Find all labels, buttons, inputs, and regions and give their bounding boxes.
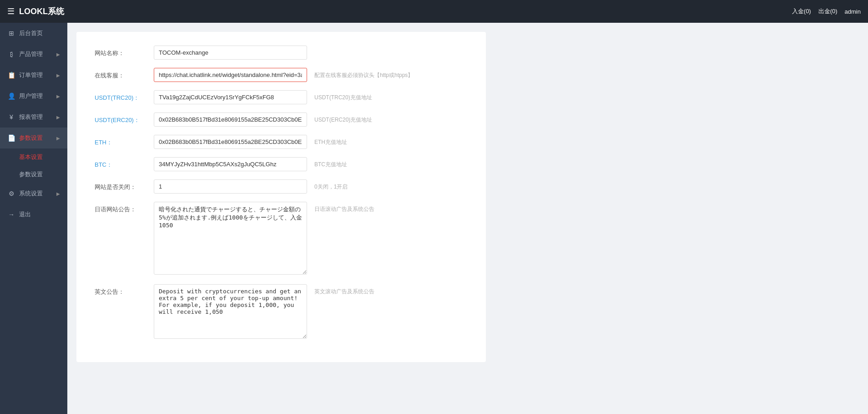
form-row-usdt-erc20: USDT(ERC20)： USDT(ERC20)充值地址 bbox=[95, 112, 468, 127]
sidebar-label-params: 参数设置 bbox=[19, 134, 56, 142]
products-icon: ₿ bbox=[7, 51, 15, 58]
form-card: 网站名称： 在线客服： 配置在线客服必须协议头【http或htpps】 USDT… bbox=[76, 32, 486, 362]
input-wrap-site-name bbox=[154, 46, 307, 60]
form-row-site-closed: 网站是否关闭： 0关闭，1开启 bbox=[95, 179, 468, 194]
hint-online-service: 配置在线客服必须协议头【http或htpps】 bbox=[314, 68, 468, 79]
sidebar-item-users[interactable]: 👤 用户管理 ▶ bbox=[0, 86, 67, 107]
withdraw-btn[interactable]: 出金(0) bbox=[818, 7, 838, 15]
form-row-online-service: 在线客服： 配置在线客服必须协议头【http或htpps】 bbox=[95, 68, 468, 82]
form-row-japanese-notice: 日语网站公告： 暗号化された通貨でチャージすると、チャージ金額の5%が追加されま… bbox=[95, 202, 468, 276]
main-layout: ⊞ 后台首页 ₿ 产品管理 ▶ 📋 订单管理 ▶ 👤 用户管理 ▶ ¥ 报表管理… bbox=[0, 23, 868, 414]
input-wrap-btc bbox=[154, 157, 307, 171]
hint-english-notice: 英文滚动广告及系统公告 bbox=[314, 284, 468, 296]
sidebar-label-orders: 订单管理 bbox=[19, 71, 56, 79]
chevron-right-icon: ▶ bbox=[56, 115, 60, 120]
input-btc[interactable] bbox=[154, 157, 307, 171]
sidebar-item-params[interactable]: 📄 参数设置 ▶ bbox=[0, 128, 67, 148]
chevron-right-icon: ▶ bbox=[56, 73, 60, 78]
sidebar-sub-label-params: 参数设置 bbox=[19, 170, 43, 179]
input-wrap-usdt-trc20 bbox=[154, 90, 307, 104]
deposit-btn[interactable]: 入金(0) bbox=[792, 7, 811, 15]
textarea-japanese-notice[interactable]: 暗号化された通貨でチャージすると、チャージ金額の5%が追加されます.例えば100… bbox=[154, 202, 307, 275]
label-usdt-trc20: USDT(TRC20)： bbox=[95, 90, 154, 102]
sidebar-item-logout[interactable]: → 退出 bbox=[0, 204, 67, 225]
input-wrap-usdt-erc20 bbox=[154, 112, 307, 127]
label-japanese-notice: 日语网站公告： bbox=[95, 202, 154, 214]
reports-icon: ¥ bbox=[7, 113, 15, 121]
input-wrap-site-closed bbox=[154, 179, 307, 194]
sidebar-sub-item-params[interactable]: 参数设置 bbox=[0, 166, 67, 183]
label-btc: BTC： bbox=[95, 157, 154, 169]
input-wrap-online-service bbox=[154, 68, 307, 82]
sidebar-item-reports[interactable]: ¥ 报表管理 ▶ bbox=[0, 107, 67, 128]
label-site-name: 网站名称： bbox=[95, 46, 154, 57]
form-row-usdt-trc20: USDT(TRC20)： USDT(TRC20)充值地址 bbox=[95, 90, 468, 104]
form-row-site-name: 网站名称： bbox=[95, 46, 468, 60]
hint-eth: ETH充值地址 bbox=[314, 135, 468, 146]
input-wrap-english-notice: Deposit with cryptocurrencies and get an… bbox=[154, 284, 307, 340]
form-row-english-notice: 英文公告： Deposit with cryptocurrencies and … bbox=[95, 284, 468, 340]
textarea-english-notice[interactable]: Deposit with cryptocurrencies and get an… bbox=[154, 284, 307, 339]
input-online-service[interactable] bbox=[154, 68, 307, 82]
logout-icon: → bbox=[7, 211, 15, 218]
sidebar-item-dashboard[interactable]: ⊞ 后台首页 bbox=[0, 23, 67, 44]
system-icon: ⚙ bbox=[7, 190, 15, 197]
label-site-closed: 网站是否关闭： bbox=[95, 179, 154, 191]
hint-japanese-notice: 日语滚动广告及系统公告 bbox=[314, 202, 468, 213]
hint-btc: BTC充值地址 bbox=[314, 157, 468, 169]
params-icon: 📄 bbox=[7, 134, 15, 142]
hamburger-icon[interactable]: ☰ bbox=[7, 6, 15, 16]
input-site-closed[interactable] bbox=[154, 179, 307, 194]
hint-site-closed: 0关闭，1开启 bbox=[314, 179, 468, 191]
sidebar-label-system: 系统设置 bbox=[19, 189, 56, 198]
sidebar-label-products: 产品管理 bbox=[19, 50, 56, 58]
form-row-eth: ETH： ETH充值地址 bbox=[95, 135, 468, 149]
input-usdt-erc20[interactable] bbox=[154, 112, 307, 127]
input-wrap-japanese-notice: 暗号化された通貨でチャージすると、チャージ金額の5%が追加されます.例えば100… bbox=[154, 202, 307, 276]
label-online-service: 在线客服： bbox=[95, 68, 154, 80]
label-usdt-erc20: USDT(ERC20)： bbox=[95, 112, 154, 124]
label-eth: ETH： bbox=[95, 135, 154, 147]
header-right: 入金(0) 出金(0) admin bbox=[792, 7, 861, 15]
sidebar-label-dashboard: 后台首页 bbox=[19, 29, 60, 37]
sidebar-sub-item-basic[interactable]: 基本设置 bbox=[0, 148, 67, 166]
sidebar-item-orders[interactable]: 📋 订单管理 ▶ bbox=[0, 65, 67, 86]
sidebar-item-system[interactable]: ⚙ 系统设置 ▶ bbox=[0, 183, 67, 204]
sidebar-sub-label-basic: 基本设置 bbox=[19, 153, 43, 161]
orders-icon: 📋 bbox=[7, 72, 15, 79]
form-row-btc: BTC： BTC充值地址 bbox=[95, 157, 468, 171]
logo-text: LOOKL系统 bbox=[19, 6, 64, 17]
sidebar-item-products[interactable]: ₿ 产品管理 ▶ bbox=[0, 44, 67, 65]
input-eth[interactable] bbox=[154, 135, 307, 149]
top-header: ☰ LOOKL系统 入金(0) 出金(0) admin bbox=[0, 0, 868, 23]
label-english-notice: 英文公告： bbox=[95, 284, 154, 296]
sidebar-label-reports: 报表管理 bbox=[19, 113, 56, 121]
content-area: 网站名称： 在线客服： 配置在线客服必须协议头【http或htpps】 USDT… bbox=[67, 23, 868, 414]
input-site-name[interactable] bbox=[154, 46, 307, 60]
chevron-right-icon: ▶ bbox=[56, 191, 60, 196]
sidebar-label-users: 用户管理 bbox=[19, 92, 56, 100]
input-wrap-eth bbox=[154, 135, 307, 149]
hint-site-name bbox=[314, 46, 468, 49]
hint-usdt-erc20: USDT(ERC20)充值地址 bbox=[314, 112, 468, 124]
hint-usdt-trc20: USDT(TRC20)充值地址 bbox=[314, 90, 468, 102]
chevron-right-icon: ▶ bbox=[56, 52, 60, 57]
input-usdt-trc20[interactable] bbox=[154, 90, 307, 104]
sidebar: ⊞ 后台首页 ₿ 产品管理 ▶ 📋 订单管理 ▶ 👤 用户管理 ▶ ¥ 报表管理… bbox=[0, 23, 67, 414]
chevron-right-icon: ▶ bbox=[56, 136, 60, 141]
users-icon: 👤 bbox=[7, 92, 15, 100]
sidebar-label-logout: 退出 bbox=[19, 210, 60, 219]
dashboard-icon: ⊞ bbox=[7, 30, 15, 37]
user-name: admin bbox=[845, 8, 861, 15]
header-left: ☰ LOOKL系统 bbox=[7, 6, 64, 17]
chevron-right-icon: ▶ bbox=[56, 94, 60, 99]
